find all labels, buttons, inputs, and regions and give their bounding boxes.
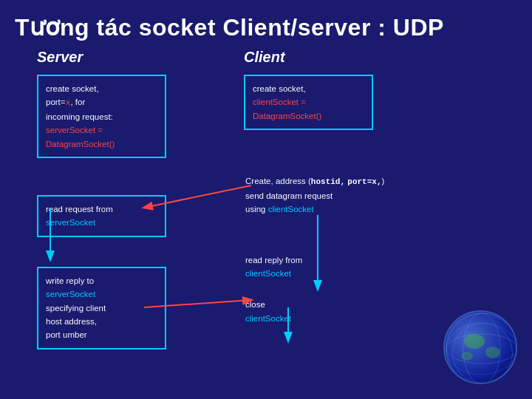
server-write-line1: write reply to	[46, 276, 94, 285]
client-hostid: hostid,	[311, 177, 345, 186]
server-port-text: port=	[46, 98, 66, 106]
client-header: Client	[244, 49, 436, 66]
client-read-line1: read reply from	[245, 256, 302, 265]
client-close-socket: clientSocket	[245, 314, 291, 323]
svg-point-7	[464, 334, 485, 349]
client-socket-assign: clientSocket =	[253, 98, 306, 106]
svg-point-3	[446, 313, 517, 384]
server-read-box: read request from serverSocket	[37, 195, 166, 237]
server-incoming: incoming request:	[46, 112, 113, 121]
client-create-addr-line1: Create, address (	[245, 177, 311, 185]
server-write-box: write reply to serverSocket specifying c…	[37, 267, 166, 349]
client-read-socket: clientSocket	[245, 269, 291, 278]
svg-point-9	[461, 352, 473, 361]
client-close-box: close clientSocket	[244, 293, 373, 330]
server-socket-assign: serverSocket =	[46, 126, 103, 134]
client-using-text: using	[245, 205, 268, 214]
server-create-box: create socket, port=x, for incoming requ…	[37, 75, 166, 158]
svg-point-5	[446, 334, 517, 364]
client-close-label: close	[245, 300, 265, 309]
client-read-box: read reply from clientSocket	[244, 246, 373, 288]
client-create-line1: create socket,	[253, 84, 306, 93]
client-datagram: DatagramSocket()	[253, 112, 321, 120]
globe-decoration	[443, 310, 517, 384]
svg-point-8	[485, 347, 500, 358]
client-create-socket-box: create socket, clientSocket = DatagramSo…	[244, 75, 373, 130]
server-header: Server	[37, 49, 185, 66]
client-address-box: Create, address (hostid, port=x,) send d…	[244, 167, 406, 223]
svg-point-6	[446, 323, 517, 375]
server-specifying: specifying client	[46, 304, 106, 313]
client-send-line: send datagram request	[245, 191, 332, 200]
client-portx: port=x,	[347, 177, 381, 186]
client-socket-ref: clientSocket	[268, 205, 314, 214]
server-read-socket: serverSocket	[46, 218, 95, 227]
server-write-socket: serverSocket	[46, 290, 95, 299]
svg-point-4	[463, 313, 500, 384]
server-create-line1: create socket,	[46, 84, 99, 93]
server-host-address: host address,	[46, 317, 97, 326]
server-datagram: DatagramSocket()	[46, 140, 115, 149]
server-read-line1: read request from	[46, 205, 113, 214]
server-port-umber: port umber	[46, 330, 87, 339]
page-title: Tương tác socket Client/server : UDP	[0, 0, 532, 49]
